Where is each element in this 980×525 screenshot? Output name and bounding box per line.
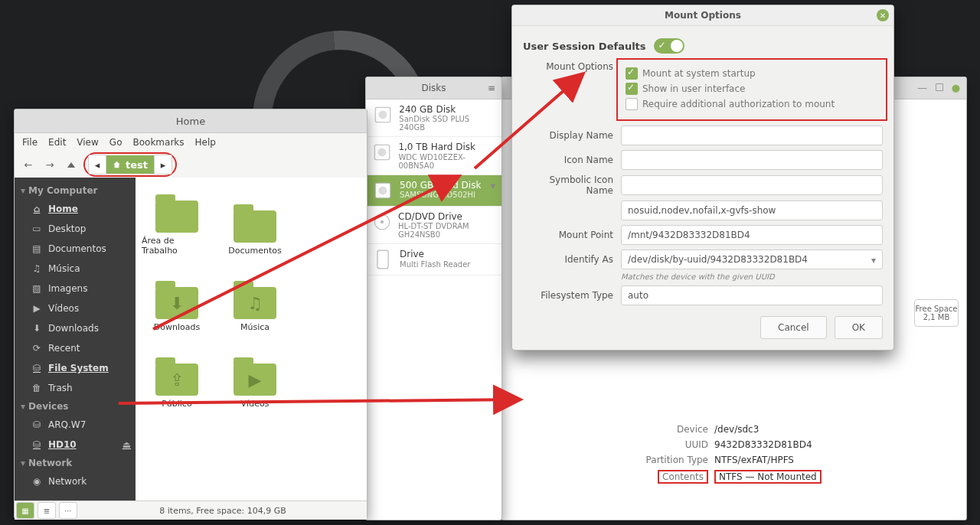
icon-name-label: Icon Name (523, 155, 613, 165)
sidebar-item-label: ARQ.W7 (48, 419, 86, 430)
mount-options-titlebar: Mount Options ✕ (512, 5, 893, 26)
sidebar-heading[interactable]: Devices (15, 398, 136, 415)
view-icons-button[interactable]: ▦ (16, 502, 34, 519)
menu-help[interactable]: Help (195, 137, 216, 148)
menu-bookmarks[interactable]: Bookmarks (132, 137, 184, 148)
cancel-button[interactable]: Cancel (760, 316, 827, 339)
▶-icon: ▶ (31, 303, 42, 314)
path-prev-button[interactable]: ◂ (88, 155, 106, 174)
disk-item[interactable]: CD/DVD DriveHL-DT-ST DVDRAM GH24NSB0 (366, 207, 501, 244)
menu-file[interactable]: File (22, 137, 38, 148)
display-name-label: Display Name (523, 130, 613, 141)
sidebar-item-label: Home (48, 204, 78, 214)
mount-flags-field[interactable]: nosuid,nodev,nofail,x-gvfs-show (621, 201, 883, 220)
user-session-defaults-label: User Session Defaults (523, 41, 646, 52)
disk-icon (372, 180, 394, 201)
disk-item[interactable]: 1,0 TB Hard DiskWDC WD10EZEX-00BN5A0 (366, 137, 501, 174)
minimize-icon[interactable]: — (917, 82, 927, 93)
mount-options-dialog: Mount Options ✕ User Session Defaults ✓ … (511, 5, 894, 351)
sidebar-item-desktop[interactable]: ▭Desktop (15, 219, 136, 239)
sidebar-item-documentos[interactable]: ▤Documentos (15, 239, 136, 259)
mount-point-field[interactable]: /mnt/9432D83332D81BD4 (621, 225, 883, 245)
sidebar-item-trash[interactable]: 🗑Trash (15, 378, 136, 398)
symbolic-icon-name-field[interactable] (621, 175, 883, 195)
filesystem-type-field[interactable]: auto (621, 285, 883, 305)
folder-label: Público (162, 399, 191, 409)
sidebar-item-vídeos[interactable]: ▶Vídeos (15, 298, 136, 318)
uuid-label: UUID (501, 439, 714, 450)
sidebar-heading[interactable]: Network (15, 455, 136, 471)
svg-point-7 (381, 220, 384, 223)
sidebar-item-label: Downloads (48, 323, 99, 334)
close-icon[interactable]: ✕ (877, 9, 889, 21)
disk-item[interactable]: DriveMulti Flash Reader (366, 244, 501, 276)
disk-icon (372, 211, 392, 233)
folder-label: Downloads (154, 322, 200, 332)
sidebar-item-label: Network (48, 476, 87, 487)
mount-options-title: Mount Options (665, 10, 741, 21)
maximize-icon[interactable]: ☐ (935, 82, 944, 93)
folder-label: Vídeos (241, 399, 270, 409)
identify-as-dropdown[interactable]: /dev/disk/by-uuid/9432D83332D81BD4 (621, 249, 883, 269)
menu-view[interactable]: View (77, 137, 98, 148)
show-in-ui-row[interactable]: Show in user interface (626, 83, 878, 95)
disk-icon (372, 249, 394, 270)
disks-window: Disks ≡ 240 GB DiskSanDisk SSD PLUS 240G… (365, 77, 502, 520)
disk-subtitle: Multi Flash Reader (400, 260, 470, 269)
sidebar-item-música[interactable]: ♫Música (15, 259, 136, 279)
eject-icon[interactable]: ⏏ (122, 439, 131, 450)
device-label: Device (501, 424, 714, 435)
▭-icon: ▭ (31, 223, 42, 234)
sidebar-item-network[interactable]: ◉Network (15, 471, 136, 491)
forward-button[interactable]: → (41, 155, 59, 174)
view-list-button[interactable]: ≣ (38, 502, 56, 519)
sidebar-item-label: Documentos (48, 243, 106, 254)
contents-label: Contents (658, 470, 708, 484)
disk-item[interactable]: 240 GB DiskSanDisk SSD PLUS 240GB (366, 99, 501, 137)
triangle-up-icon (67, 162, 75, 168)
folder-item[interactable]: Área de Trabalho (142, 187, 212, 256)
menu-edit[interactable]: Edit (48, 137, 66, 148)
◉-icon: ◉ (31, 476, 42, 487)
disk-title: Drive (400, 249, 470, 259)
sidebar-heading[interactable]: My Computer (15, 182, 136, 199)
view-compact-button[interactable]: ⋯ (59, 502, 77, 519)
▤-icon: ▤ (31, 243, 42, 254)
icon-name-field[interactable] (621, 150, 883, 170)
folder-item[interactable]: ⇪Público (142, 340, 212, 409)
sidebar-item-imagens[interactable]: ▧Imagens (15, 279, 136, 298)
🗑-icon: 🗑 (31, 383, 42, 393)
folder-item[interactable]: ♫Música (220, 263, 290, 332)
ok-button[interactable]: OK (835, 316, 883, 339)
folder-item[interactable]: ▶Vídeos (220, 340, 290, 409)
folder-label: Área de Trabalho (142, 236, 212, 256)
user-session-defaults-toggle[interactable]: ✓ (654, 38, 684, 54)
sidebar-item-home[interactable]: ⌂Home (15, 199, 136, 219)
sidebar-item-arq.w7[interactable]: ⛁ARQ.W7 (15, 415, 136, 435)
path-next-button[interactable]: ▸ (154, 155, 172, 174)
identify-as-label: Identify As (523, 254, 613, 265)
file-manager-menubar: FileEditViewGoBookmarksHelp (15, 133, 367, 152)
sidebar-item-hd10[interactable]: ⛁HD10⏏ (15, 435, 136, 455)
disk-item[interactable]: 500 GB Hard DiskSAMSUNG HD502HI (366, 175, 501, 207)
disks-title: Disks (421, 83, 446, 93)
folder-icon: ⬇ (155, 287, 198, 319)
up-button[interactable] (62, 155, 80, 174)
mount-at-startup-row[interactable]: Mount at system startup (626, 67, 878, 80)
require-auth-label: Require additional authorization to moun… (642, 99, 835, 109)
display-name-field[interactable] (621, 126, 883, 145)
sidebar-item-recent[interactable]: ⟳Recent (15, 338, 136, 358)
folder-item[interactable]: Documentos (220, 187, 290, 256)
close-icon[interactable]: ● (952, 82, 960, 93)
hamburger-icon[interactable]: ≡ (488, 83, 495, 93)
⛁-icon: ⛁ (31, 419, 42, 430)
folder-label: Documentos (228, 246, 281, 256)
folder-item[interactable]: ⬇Downloads (142, 263, 212, 332)
back-button[interactable]: ← (19, 155, 38, 174)
menu-go[interactable]: Go (109, 137, 122, 148)
sidebar-item-file-system[interactable]: ⛁File System (15, 358, 136, 378)
checkbox-icon (626, 67, 638, 80)
sidebar-item-downloads[interactable]: ⬇Downloads (15, 318, 136, 338)
path-segment[interactable]: test (106, 155, 154, 174)
require-auth-row[interactable]: Require additional authorization to moun… (626, 98, 878, 110)
